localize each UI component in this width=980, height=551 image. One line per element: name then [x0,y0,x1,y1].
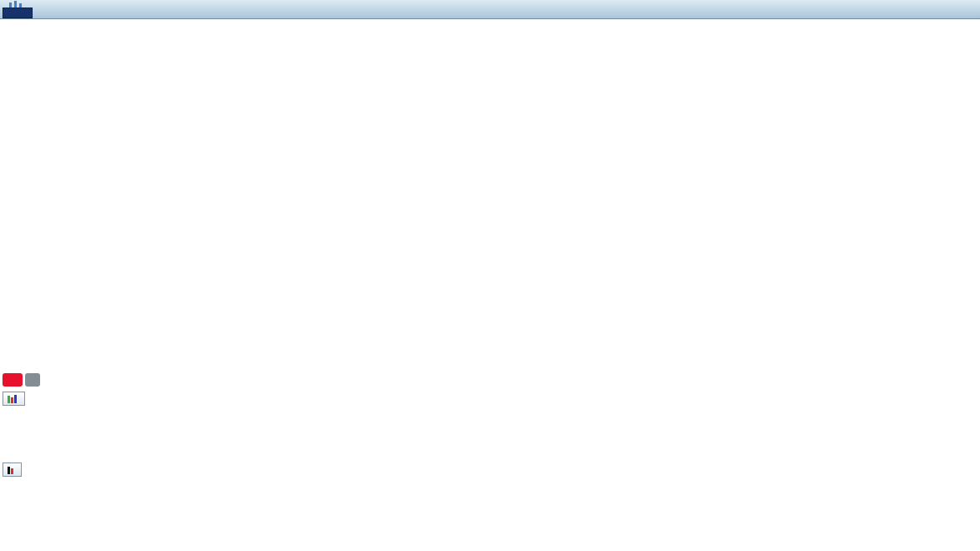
title-bar [0,0,980,19]
macd-icon [8,395,17,403]
smi-indicator-label[interactable] [3,463,22,477]
demo-badge [3,0,33,18]
ig-logo [3,373,23,387]
prorealtime-logo [25,373,40,387]
macd-indicator-label[interactable] [3,392,25,406]
mini-candles-icon [8,1,26,8]
trading-chart-app [0,0,980,551]
demo-label [3,8,33,18]
smi-icon [8,466,13,474]
chart-canvas[interactable] [0,0,980,551]
prorealtime-badge [3,373,40,387]
